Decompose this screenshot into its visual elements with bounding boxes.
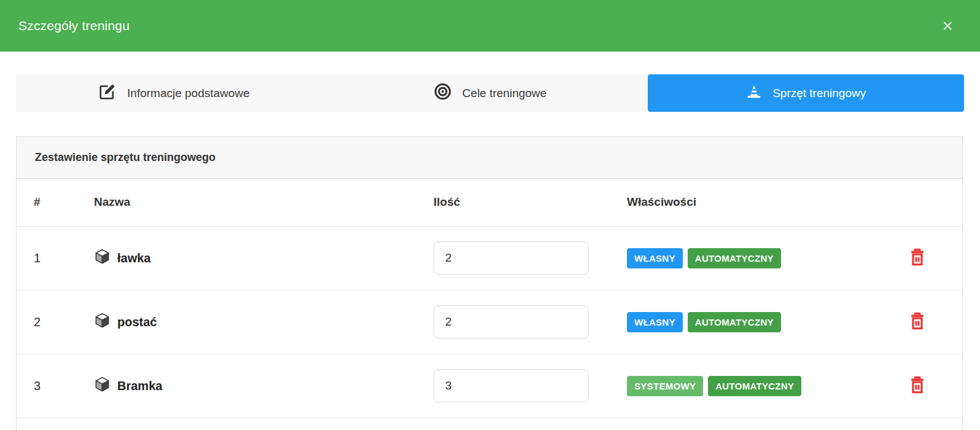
column-header-index: # [17, 179, 77, 226]
target-icon [434, 82, 452, 104]
property-badge: AUTOMATYCZNY [688, 312, 781, 332]
modal-title: Szczegóły treningu [18, 18, 130, 33]
delete-button[interactable] [906, 373, 929, 399]
tab-bar: Informacje podstawowe Cele treningowe [16, 74, 964, 112]
panel-header: Zestawienie sprzętu treningowego [17, 137, 962, 179]
traffic-cone-icon [746, 84, 762, 103]
quantity-input[interactable] [434, 305, 589, 338]
equipment-name: ławka [117, 251, 150, 265]
edit-icon [98, 82, 117, 104]
cube-icon [94, 376, 111, 396]
quantity-input[interactable] [434, 241, 589, 275]
trash-icon [908, 324, 927, 333]
column-header-name: Nazwa [77, 179, 416, 226]
property-badge: AUTOMATYCZNY [688, 248, 781, 268]
equipment-name: postać [117, 315, 157, 329]
tab-label: Informacje podstawowe [127, 87, 250, 100]
column-header-properties: Właściwości [610, 179, 872, 226]
panel-title: Zestawienie sprzętu treningowego [35, 151, 216, 164]
equipment-panel: Zestawienie sprzętu treningowego # Nazwa… [16, 136, 963, 430]
table-row: 2 postać WŁASNYAUTOMATYCZNY [17, 290, 962, 354]
property-badge: SYSTEMOWY [627, 376, 703, 396]
property-badges: WŁASNYAUTOMATYCZNY [627, 312, 872, 332]
quantity-input[interactable] [434, 369, 589, 402]
equipment-table-body: 1 ławka WŁASNYAUTOMATYCZNY [17, 226, 962, 418]
property-badge: WŁASNY [627, 248, 683, 268]
equipment-name: Bramka [117, 379, 162, 393]
tab-label: Cele treningowe [462, 87, 546, 100]
trash-icon [908, 260, 927, 269]
tab-sprzet-treningowy[interactable]: Sprzęt treningowy [648, 74, 964, 112]
property-badge: WŁASNY [627, 312, 683, 332]
close-button[interactable]: × [942, 17, 953, 35]
row-index: 1 [17, 226, 77, 290]
delete-button[interactable] [906, 245, 929, 272]
property-badges: SYSTEMOWYAUTOMATYCZNY [627, 376, 872, 396]
delete-button[interactable] [906, 309, 929, 335]
table-row: 1 ławka WŁASNYAUTOMATYCZNY [17, 226, 962, 290]
equipment-table: # Nazwa Ilość Właściwości 1 ławka [17, 179, 962, 418]
column-header-quantity: Ilość [416, 179, 610, 226]
modal-header: Szczegóły treningu × [0, 0, 980, 52]
trash-icon [908, 388, 927, 397]
table-header-row: # Nazwa Ilość Właściwości [17, 179, 962, 226]
close-icon: × [942, 15, 953, 36]
column-header-actions [872, 179, 962, 226]
cube-icon [94, 312, 111, 332]
cube-icon [94, 248, 111, 268]
table-row: 3 Bramka SYSTEMOWYAUTOMATYCZNY [17, 354, 962, 418]
row-index: 3 [17, 354, 77, 418]
row-index: 2 [17, 290, 77, 354]
tab-cele-treningowe[interactable]: Cele treningowe [332, 74, 648, 112]
property-badges: WŁASNYAUTOMATYCZNY [627, 248, 872, 268]
property-badge: AUTOMATYCZNY [708, 376, 801, 396]
tab-informacje-podstawowe[interactable]: Informacje podstawowe [16, 74, 332, 112]
tab-label: Sprzęt treningowy [772, 87, 866, 100]
